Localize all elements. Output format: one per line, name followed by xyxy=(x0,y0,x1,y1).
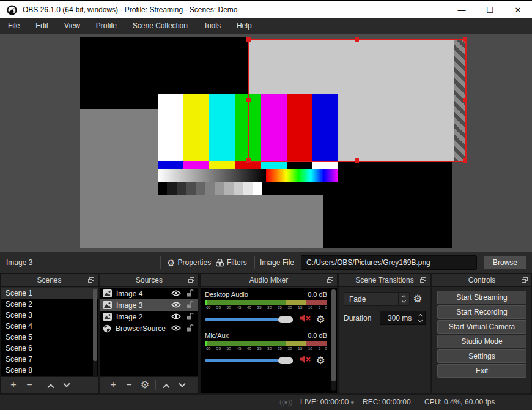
toggle-visibility-button[interactable] xyxy=(169,289,183,298)
toggle-visibility-button[interactable] xyxy=(169,324,183,333)
maximize-button[interactable]: ☐ xyxy=(476,1,504,18)
source-item-image-2[interactable]: Image 2 xyxy=(100,311,198,322)
slider-handle[interactable] xyxy=(278,357,293,364)
source-black-rect-bottomright[interactable] xyxy=(323,162,452,248)
settings-button[interactable]: Settings xyxy=(437,349,526,363)
audio-mixer-dock: Audio Mixer Desktop Audio0.0 dB-60-55-50… xyxy=(200,273,338,393)
controls-dock-header[interactable]: Controls xyxy=(432,274,531,287)
smpte-grey-gradient xyxy=(158,169,266,182)
smpte-grey-steps xyxy=(158,182,262,195)
popout-icon[interactable] xyxy=(522,277,528,283)
transition-settings-button[interactable]: ⚙ xyxy=(410,293,426,305)
menu-tools[interactable]: Tools xyxy=(196,18,229,34)
browse-button[interactable]: Browse xyxy=(484,256,526,269)
start-recording-button[interactable]: Start Recording xyxy=(437,305,526,319)
volume-slider[interactable] xyxy=(205,318,293,321)
scene-transitions-dock-header[interactable]: Scene Transitions xyxy=(339,274,430,287)
move-source-down-button[interactable] xyxy=(174,379,190,390)
studio-mode-button[interactable]: Studio Mode xyxy=(437,335,526,348)
spin-down-button[interactable] xyxy=(418,318,422,322)
selected-source-label: Image 3 xyxy=(6,252,32,273)
image-file-label: Image File xyxy=(260,252,294,273)
unlock-icon xyxy=(186,300,194,308)
menu-scene-collection[interactable]: Scene Collection xyxy=(125,18,196,34)
filters-button[interactable]: Filters xyxy=(215,252,247,273)
popout-icon[interactable] xyxy=(188,277,194,283)
source-item-browsersource[interactable]: BrowserSource xyxy=(100,322,198,334)
popout-icon[interactable] xyxy=(88,277,94,283)
selection-handle[interactable] xyxy=(246,98,251,102)
scrollbar-thumb[interactable] xyxy=(331,289,336,381)
image-file-input[interactable] xyxy=(301,255,477,270)
menu-help[interactable]: Help xyxy=(229,18,260,34)
scene-item-1[interactable]: Scene 1 xyxy=(1,288,98,299)
toggle-lock-button[interactable] xyxy=(183,324,196,334)
toggle-lock-button[interactable] xyxy=(183,312,196,322)
source-toolbar: Image 3 ⚙ Properties Filters Image File … xyxy=(0,252,532,273)
selection-handle[interactable] xyxy=(463,37,467,42)
add-source-button[interactable]: + xyxy=(105,380,121,390)
smpte-gradient-row xyxy=(158,169,338,182)
scene-item-4[interactable]: Scene 4 xyxy=(1,321,98,332)
properties-button[interactable]: ⚙ Properties xyxy=(167,252,211,273)
menu-edit[interactable]: Edit xyxy=(28,18,56,34)
exit-button[interactable]: Exit xyxy=(437,364,526,378)
remove-scene-button[interactable]: − xyxy=(21,380,37,390)
selection-handle[interactable] xyxy=(463,158,467,163)
slider-handle[interactable] xyxy=(278,316,293,323)
mute-button[interactable] xyxy=(299,314,314,325)
volume-slider[interactable] xyxy=(205,359,293,362)
combo-arrows[interactable] xyxy=(398,293,409,305)
selection-handle[interactable] xyxy=(355,37,359,42)
visibility-eye-icon xyxy=(171,290,181,296)
remove-source-button[interactable]: − xyxy=(121,380,137,390)
scenes-dock-header[interactable]: Scenes xyxy=(1,274,98,287)
mixer-scrollbar[interactable] xyxy=(331,289,336,391)
scenes-scrollbar[interactable] xyxy=(93,289,97,377)
menu-file[interactable]: File xyxy=(0,18,28,34)
start-virtual-camera-button[interactable]: Start Virtual Camera xyxy=(437,320,526,334)
toggle-visibility-button[interactable] xyxy=(169,301,183,310)
toggle-visibility-button[interactable] xyxy=(169,313,183,321)
popout-icon[interactable] xyxy=(420,277,426,283)
selection-handle[interactable] xyxy=(246,158,251,163)
unlock-icon xyxy=(186,324,194,332)
duration-spinbox[interactable]: 300 ms xyxy=(380,311,426,325)
scene-item-3[interactable]: Scene 3 xyxy=(1,310,98,321)
toggle-lock-button[interactable] xyxy=(183,289,196,299)
move-source-up-button[interactable] xyxy=(158,379,174,390)
popout-icon[interactable] xyxy=(327,277,333,283)
selection-handle[interactable] xyxy=(246,37,251,42)
image-source-icon xyxy=(103,289,112,297)
selection-handle[interactable] xyxy=(355,158,359,163)
volume-meter xyxy=(205,300,327,305)
channel-settings-button[interactable]: ⚙ xyxy=(314,315,327,325)
channel-settings-button[interactable]: ⚙ xyxy=(314,356,327,366)
source-properties-button[interactable]: ⚙ xyxy=(137,380,153,390)
transition-select[interactable]: Fade xyxy=(344,292,410,306)
scene-item-5[interactable]: Scene 5 xyxy=(1,332,98,343)
sources-dock-header[interactable]: Sources xyxy=(100,274,198,287)
scene-item-2[interactable]: Scene 2 xyxy=(1,299,98,310)
scrollbar-thumb[interactable] xyxy=(93,289,97,361)
scene-item-7[interactable]: Scene 7 xyxy=(1,354,98,365)
mute-button[interactable] xyxy=(299,355,314,366)
scene-item-8[interactable]: Scene 8 xyxy=(1,365,98,376)
menu-view[interactable]: View xyxy=(56,18,88,34)
start-streaming-button[interactable]: Start Streaming xyxy=(437,291,526,304)
sources-dock: Sources Image 4Image 3Image 2BrowserSour… xyxy=(100,273,199,393)
add-scene-button[interactable]: + xyxy=(6,380,21,390)
scene-item-6[interactable]: Scene 6 xyxy=(1,343,98,354)
toggle-lock-button[interactable] xyxy=(183,300,196,310)
close-button[interactable]: ✕ xyxy=(504,1,532,18)
move-scene-down-button[interactable] xyxy=(59,379,75,390)
menu-profile[interactable]: Profile xyxy=(88,18,125,34)
selection-outline[interactable] xyxy=(248,39,467,162)
selection-handle[interactable] xyxy=(463,98,467,102)
move-scene-up-button[interactable] xyxy=(43,379,59,390)
source-item-image-4[interactable]: Image 4 xyxy=(100,288,198,299)
minimize-button[interactable]: — xyxy=(448,1,476,18)
audio-mixer-dock-header[interactable]: Audio Mixer xyxy=(201,274,337,287)
source-item-image-3[interactable]: Image 3 xyxy=(100,299,198,311)
sources-list: Image 4Image 3Image 2BrowserSource xyxy=(100,288,198,376)
